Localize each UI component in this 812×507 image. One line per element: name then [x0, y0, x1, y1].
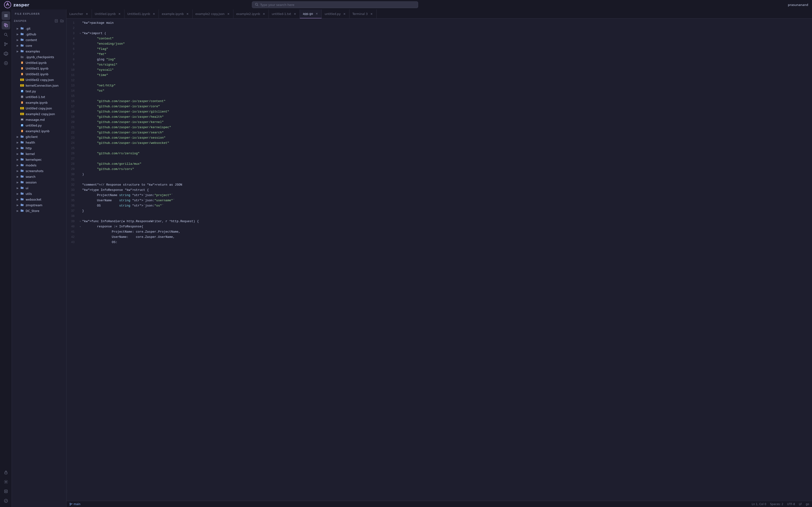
tree-item-.ipynb_checkpoints[interactable]: .ipynb_checkpoints [12, 54, 66, 60]
folder-icon [20, 198, 24, 202]
status-left: main [69, 503, 80, 506]
tab-untitled-1.txt[interactable]: untitled-1.txt ✕ [269, 9, 300, 18]
new-folder-button[interactable] [60, 18, 64, 23]
code-line-28: 28 "github.com/gorilla/mux" [66, 161, 812, 167]
folder-icon [20, 140, 24, 145]
chevron-icon: ▶ [17, 175, 19, 178]
tree-item-examples[interactable]: ▶ examples [12, 48, 66, 54]
tree-item-untitled.ipynb[interactable]: J Untitled.ipynb [12, 60, 66, 65]
tab-untitled.py[interactable]: untitled.py ✕ [322, 9, 349, 18]
tree-item-untitled-1.txt[interactable]: T untitled-1.txt [12, 94, 66, 100]
line-number: 29 [66, 167, 78, 172]
code-line-9: 9 "os/signal" [66, 62, 812, 67]
tree-item-search[interactable]: ▶ search [12, 174, 66, 179]
activity-item-menu[interactable] [2, 11, 10, 20]
tab-close-button[interactable]: ✕ [293, 12, 297, 16]
activity-item-search[interactable] [2, 31, 10, 39]
fold-arrow[interactable]: ▾ [78, 31, 82, 36]
tree-file-name: example2 copy.json [25, 112, 55, 116]
tree-item-models[interactable]: ▶ models [12, 162, 66, 168]
code-line-31: 31 [66, 177, 812, 182]
tree-item-screenshots[interactable]: ▶ screenshots [12, 168, 66, 174]
sidebar-root-row[interactable]: ZASPER [12, 18, 66, 25]
search-bar[interactable]: Type your search here [252, 1, 418, 8]
tree-item-untitled-copy.json[interactable]: {} Untitled copy.json [12, 105, 66, 111]
tab-close-button[interactable]: ✕ [262, 12, 266, 16]
activity-item-explorer[interactable] [2, 21, 10, 30]
tree-item-content[interactable]: ▶ content [12, 37, 66, 43]
tree-item-session[interactable]: ▶ session [12, 179, 66, 185]
tab-close-button[interactable]: ✕ [370, 12, 374, 16]
file-type-icon: J [20, 72, 24, 76]
tab-terminal-3[interactable]: Terminal 3 ✕ [349, 9, 377, 18]
tab-app.go[interactable]: app.go ✕ [300, 9, 322, 18]
chevron-icon: ▶ [17, 44, 19, 47]
tree-item-zmqstream[interactable]: ▶ zmqstream [12, 202, 66, 208]
line-content: "encoding/json" [82, 41, 125, 47]
tab-untitled.ipynb[interactable]: Untitled.ipynb ✕ [92, 9, 124, 18]
tab-close-button[interactable]: ✕ [315, 12, 319, 16]
code-editor[interactable]: 1 "kw">package main 2 3 ▾ "kw">import ( … [66, 18, 812, 501]
git-branch[interactable]: main [69, 503, 80, 506]
activity-item-tasks[interactable] [2, 487, 10, 496]
tree-item-utils[interactable]: ▶ utils [12, 191, 66, 196]
tab-example.ipynb[interactable]: example.ipynb ✕ [159, 9, 192, 18]
activity-item-lock[interactable] [2, 468, 10, 476]
tree-item-untitled2-copy.json[interactable]: {} Untitled2 copy.json [12, 77, 66, 82]
tab-example2.ipynb[interactable]: example2.ipynb ✕ [233, 9, 269, 18]
tree-item-kernel[interactable]: ▶ kernel [12, 151, 66, 157]
activity-item-git[interactable] [2, 40, 10, 48]
tab-close-button[interactable]: ✕ [226, 12, 230, 16]
titlebar: zasper Type your search here prasunanand [0, 0, 812, 9]
tab-untitled1.ipynb[interactable]: Untitled1.ipynb ✕ [124, 9, 159, 18]
svg-point-31 [71, 503, 72, 504]
tree-item-example2.ipynb[interactable]: J example2.ipynb [12, 128, 66, 134]
status-bar: main Ln 1, Col 0 Spaces: 2 UTF-8 LF go [66, 501, 812, 507]
code-line-18: 18 "github.com/zasper-io/zasper/gitclien… [66, 109, 812, 114]
folder-icon [20, 135, 24, 139]
activity-item-debug[interactable] [2, 59, 10, 67]
tree-item-example.ipynb[interactable]: J example.ipynb [12, 100, 66, 105]
tree-item-.git[interactable]: ▶ .git [12, 25, 66, 31]
tab-label: example2.ipynb [236, 12, 260, 16]
tab-launcher[interactable]: Launcher ✕ [66, 9, 92, 18]
fold-arrow[interactable]: ▾ [78, 219, 82, 224]
line-number: 17 [66, 104, 78, 109]
tab-close-button[interactable]: ✕ [342, 12, 346, 16]
tree-item-dc_store[interactable]: ▶ DC_Store [12, 208, 66, 214]
tree-item-health[interactable]: ▶ health [12, 139, 66, 145]
tree-item-example2-copy.json[interactable]: {} example2 copy.json [12, 111, 66, 117]
tree-item-untitled2.ipynb[interactable]: J Untitled2.ipynb [12, 71, 66, 77]
tree-item-http[interactable]: ▶ http [12, 145, 66, 151]
tree-file-name: message.md [25, 118, 45, 121]
tree-item-untitled1.ipynb[interactable]: J Untitled1.ipynb [12, 65, 66, 71]
fold-arrow[interactable]: ▾ [78, 224, 82, 229]
editor-area: Launcher ✕ Untitled.ipynb ✕ Untitled1.ip… [66, 9, 812, 507]
tree-item-ui[interactable]: ▶ ui [12, 185, 66, 191]
tab-close-button[interactable]: ✕ [186, 12, 190, 16]
tab-close-button[interactable]: ✕ [85, 12, 89, 16]
new-file-button[interactable] [54, 18, 59, 23]
tree-folder-name: ui [25, 186, 28, 190]
chevron-icon: ▶ [17, 169, 19, 173]
line-content: "github.com/zasper-io/zasper/content" [82, 99, 165, 104]
tab-label: app.go [303, 12, 313, 15]
tab-close-button[interactable]: ✕ [152, 12, 156, 16]
tab-example2-copy.json[interactable]: example2 copy.json ✕ [193, 9, 233, 18]
tree-item-kernelconnection.json[interactable]: {} kernelConnection.json [12, 82, 66, 88]
tree-item-websocket[interactable]: ▶ websocket [12, 196, 66, 202]
tab-close-button[interactable]: ✕ [117, 12, 121, 16]
tree-item-test.py[interactable]: P test.py [12, 88, 66, 94]
code-line-13: 13 "net/http" [66, 83, 812, 88]
tree-item-core[interactable]: ▶ core [12, 43, 66, 48]
activity-item-check[interactable] [2, 497, 10, 505]
tree-item-gitclient[interactable]: ▶ gitclient [12, 134, 66, 139]
activity-item-extensions[interactable] [2, 49, 10, 58]
tree-item-kernelspec[interactable]: ▶ kernelspec [12, 157, 66, 162]
chevron-icon: ▶ [17, 39, 19, 42]
code-line-22: 22 "github.com/zasper-io/zasper/search" [66, 130, 812, 135]
tree-item-.github[interactable]: ▶ .github [12, 31, 66, 37]
tree-item-untitled.py[interactable]: P untitled.py [12, 122, 66, 128]
activity-item-settings[interactable] [2, 477, 10, 486]
tree-item-message.md[interactable]: M message.md [12, 117, 66, 122]
